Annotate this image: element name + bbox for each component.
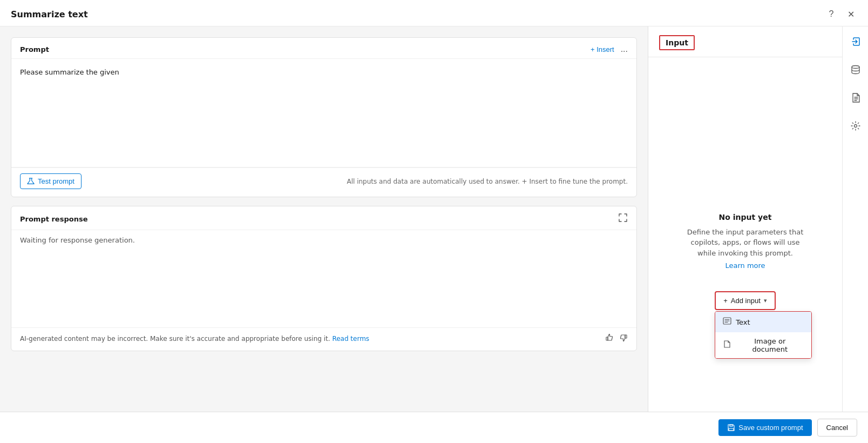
input-panel-header: Input (648, 26, 842, 57)
no-input-section: No input yet Define the input parameters… (648, 57, 842, 412)
database-icon (850, 64, 861, 75)
save-icon (727, 424, 735, 432)
response-text: Waiting for response generation. (20, 236, 135, 244)
no-input-title: No input yet (719, 213, 772, 222)
response-card-header: Prompt response (11, 206, 636, 230)
database-icon-button[interactable] (846, 60, 865, 79)
more-options-button[interactable]: ... (621, 44, 628, 54)
title-bar: Summarize text ? ✕ (0, 0, 868, 26)
svg-rect-1 (625, 335, 627, 338)
beaker-icon (27, 178, 35, 185)
disclaimer-text: AI-generated content may be incorrect. M… (20, 335, 369, 343)
svg-rect-0 (606, 337, 608, 340)
prompt-card: Prompt + Insert ... Please summarize the… (11, 37, 637, 197)
prompt-text: Please summarize the given (20, 68, 119, 76)
input-panel-label: Input (659, 35, 695, 50)
input-panel: Input No input yet Define the input para… (648, 26, 842, 412)
test-prompt-button[interactable]: Test prompt (20, 173, 82, 189)
document-icon (723, 340, 731, 351)
dropdown-item-image-doc-label: Image or document (736, 337, 804, 353)
cancel-button[interactable]: Cancel (817, 419, 857, 437)
svg-point-3 (852, 66, 859, 69)
text-icon (723, 317, 731, 327)
settings-icon-button[interactable] (846, 116, 865, 136)
bottom-bar: Save custom prompt Cancel (0, 412, 868, 443)
prompt-card-actions: + Insert ... (591, 44, 628, 54)
document2-icon-button[interactable] (846, 88, 865, 108)
window-title: Summarize text (11, 9, 88, 19)
dropdown-item-text-label: Text (736, 318, 750, 326)
save-custom-prompt-label: Save custom prompt (738, 424, 803, 432)
thumbs-down-icon (619, 333, 628, 342)
prompt-card-header: Prompt + Insert ... (11, 38, 636, 59)
add-input-dropdown: Text Image or document (715, 311, 812, 359)
svg-point-4 (854, 125, 857, 127)
prompt-card-body: Please summarize the given (11, 59, 636, 167)
prompt-card-title: Prompt (20, 45, 49, 53)
test-prompt-label: Test prompt (38, 177, 74, 185)
document2-icon (850, 92, 861, 103)
add-input-label: Add input (731, 297, 761, 305)
help-button[interactable]: ? (825, 8, 838, 21)
insert-button[interactable]: + Insert (591, 45, 614, 53)
chevron-down-icon: ▾ (764, 297, 767, 304)
response-body: Waiting for response generation. (11, 230, 636, 327)
main-layout: Prompt + Insert ... Please summarize the… (0, 26, 868, 412)
add-input-container: + Add input ▾ (715, 291, 776, 310)
dropdown-item-image-doc[interactable]: Image or document (715, 332, 811, 358)
prompt-card-footer: Test prompt All inputs and data are auto… (11, 167, 636, 197)
title-bar-actions: ? ✕ (825, 8, 857, 21)
response-card: Prompt response Waiting for response gen… (11, 206, 637, 351)
left-content: Prompt + Insert ... Please summarize the… (0, 26, 648, 412)
response-footer: AI-generated content may be incorrect. M… (11, 327, 636, 351)
thumbs-up-button[interactable] (605, 333, 614, 344)
sidebar-icons (842, 26, 868, 412)
footer-hint: All inputs and data are automatically us… (347, 178, 628, 185)
feedback-icons (605, 333, 628, 344)
save-custom-prompt-button[interactable]: Save custom prompt (718, 419, 811, 436)
expand-icon (618, 213, 628, 223)
right-panel-wrapper: Input No input yet Define the input para… (648, 26, 868, 412)
svg-rect-6 (729, 428, 734, 431)
no-input-desc: Define the input parameters that copilot… (686, 227, 805, 259)
svg-rect-5 (730, 425, 733, 426)
read-terms-link[interactable]: Read terms (332, 335, 369, 343)
login-icon-button[interactable] (846, 32, 865, 51)
dropdown-item-text[interactable]: Text (715, 312, 811, 332)
thumbs-down-button[interactable] (619, 333, 628, 344)
close-button[interactable]: ✕ (844, 8, 857, 21)
learn-more-link[interactable]: Learn more (725, 261, 765, 270)
thumbs-up-icon (605, 333, 614, 342)
settings-icon (850, 120, 861, 131)
add-input-button[interactable]: + Add input ▾ (715, 291, 776, 310)
expand-button[interactable] (618, 213, 628, 225)
login-icon (850, 36, 861, 47)
response-card-title: Prompt response (20, 215, 87, 223)
